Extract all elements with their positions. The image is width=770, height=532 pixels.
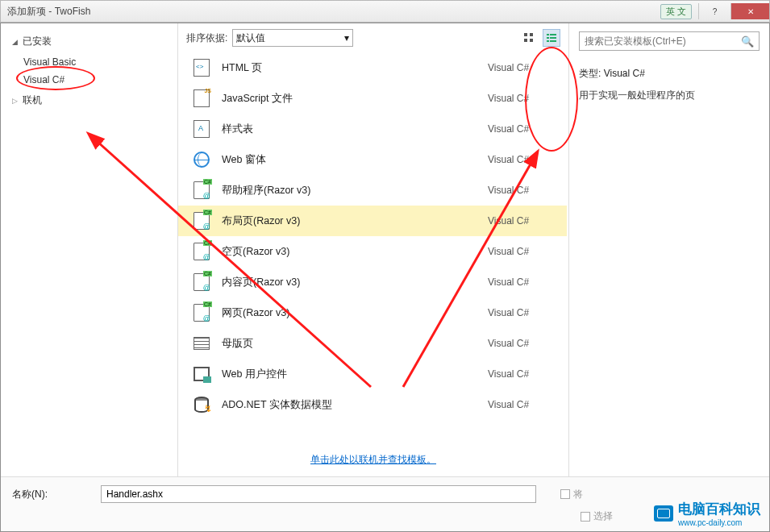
svg-rect-0 [524, 33, 527, 36]
template-name: Web 窗体 [222, 153, 477, 167]
chevron-down-icon: ▾ [344, 32, 349, 44]
template-item[interactable]: 布局页(Razor v3)Visual C# [178, 206, 567, 236]
ime-badge[interactable]: 英 文 [660, 4, 692, 19]
checkbox-icon [581, 512, 590, 522]
dialog-body: 已安装 Visual BasicVisual C# 联机 排序依据: 默认值 ▾ [0, 23, 770, 532]
template-icon [193, 304, 210, 322]
template-lang: Visual C# [488, 399, 552, 410]
template-lang: Visual C# [488, 185, 552, 196]
svg-rect-8 [547, 40, 549, 42]
template-icon [193, 396, 210, 414]
category-tree: 已安装 Visual BasicVisual C# 联机 [1, 23, 178, 476]
template-item[interactable]: 样式表Visual C# [178, 114, 567, 144]
info-pane: 🔍 类型: Visual C# 用于实现一般处理程序的页 [569, 23, 769, 476]
template-item[interactable]: ADO.NET 实体数据模型Visual C# [178, 389, 567, 420]
template-item[interactable]: JavaScript 文件Visual C# [178, 83, 567, 114]
template-icon [193, 365, 210, 383]
tree-online-header[interactable]: 联机 [1, 89, 177, 112]
template-lang: Visual C# [488, 307, 552, 318]
type-value: Visual C# [604, 68, 645, 79]
titlebar: 添加新项 - TwoFish 英 文 ? ✕ [0, 0, 770, 23]
template-lang: Visual C# [488, 276, 552, 288]
template-item[interactable]: 母版页Visual C# [178, 328, 567, 359]
template-type: 类型: Visual C# [579, 67, 760, 81]
template-item[interactable]: 网页(Razor v3)Visual C# [178, 297, 567, 328]
tree-item-visual-c-[interactable]: Visual C# [1, 71, 177, 89]
template-name: 帮助程序(Razor v3) [222, 184, 477, 197]
template-icon [193, 335, 210, 352]
svg-rect-3 [530, 39, 533, 42]
template-lang: Visual C# [488, 368, 552, 380]
svg-rect-4 [547, 34, 549, 35]
svg-rect-1 [530, 33, 533, 36]
svg-rect-7 [550, 37, 556, 39]
svg-rect-9 [550, 40, 556, 42]
sort-toolbar: 排序依据: 默认值 ▾ [178, 23, 568, 52]
type-label: 类型: [579, 68, 601, 79]
name-label: 名称(N): [12, 488, 93, 501]
watermark-url: www.pc-daily.com [678, 518, 760, 527]
template-lang: Visual C# [488, 215, 552, 227]
template-lang: Visual C# [488, 93, 552, 104]
name-input[interactable] [101, 485, 536, 503]
search-input[interactable] [585, 35, 741, 47]
template-icon [193, 89, 210, 107]
view-small-icons-button[interactable] [520, 29, 538, 47]
template-name: ADO.NET 实体数据模型 [222, 398, 477, 412]
template-lang: Visual C# [488, 338, 552, 349]
grid-small-icon [523, 32, 535, 44]
template-lang: Visual C# [488, 123, 552, 135]
template-name: HTML 页 [222, 61, 477, 75]
view-list-button[interactable] [543, 29, 560, 47]
template-name: 布局页(Razor v3) [222, 214, 477, 228]
template-name: 网页(Razor v3) [222, 306, 477, 320]
checkbox-2[interactable]: 选择 [581, 509, 613, 523]
template-icon [193, 120, 210, 138]
template-item[interactable]: 帮助程序(Razor v3)Visual C# [178, 175, 567, 206]
tree-installed-header[interactable]: 已安装 [1, 30, 177, 53]
content-area: 已安装 Visual BasicVisual C# 联机 排序依据: 默认值 ▾ [1, 23, 769, 476]
template-pane: 排序依据: 默认值 ▾ HTML 页Visual C#JavaScript 文件… [178, 23, 569, 476]
template-icon [193, 59, 210, 77]
template-lang: Visual C# [488, 154, 552, 165]
template-name: Web 用户控件 [222, 368, 477, 381]
template-name: JavaScript 文件 [222, 92, 477, 106]
template-item[interactable]: 内容页(Razor v3)Visual C# [178, 267, 567, 297]
template-list[interactable]: HTML 页Visual C#JavaScript 文件Visual C#样式表… [178, 52, 568, 443]
help-button[interactable]: ? [698, 3, 730, 19]
close-button[interactable]: ✕ [730, 3, 769, 19]
watermark: 电脑百科知识 www.pc-daily.com [654, 500, 760, 527]
search-box[interactable]: 🔍 [579, 31, 760, 51]
checkbox-1[interactable]: 将 [560, 488, 583, 501]
template-icon [193, 243, 210, 260]
list-icon [546, 32, 557, 44]
search-online-link[interactable]: 单击此处以联机并查找模板。 [178, 443, 568, 476]
checkbox-icon [560, 489, 570, 499]
template-icon [193, 212, 210, 230]
template-name: 内容页(Razor v3) [222, 276, 477, 289]
window-title: 添加新项 - TwoFish [7, 5, 660, 19]
sort-label: 排序依据: [186, 31, 227, 45]
template-item[interactable]: 空页(Razor v3)Visual C# [178, 236, 567, 267]
template-lang: Visual C# [488, 62, 552, 73]
sort-select[interactable]: 默认值 ▾ [232, 29, 353, 47]
template-icon [193, 181, 210, 199]
template-lang: Visual C# [488, 246, 552, 257]
template-item[interactable]: HTML 页Visual C# [178, 52, 567, 83]
template-name: 空页(Razor v3) [222, 245, 477, 259]
template-icon [193, 273, 210, 291]
template-description: 用于实现一般处理程序的页 [579, 89, 760, 102]
template-item[interactable]: Web 用户控件Visual C# [178, 359, 567, 389]
template-icon [193, 151, 210, 168]
search-icon: 🔍 [741, 35, 754, 48]
template-item[interactable]: Web 窗体Visual C# [178, 144, 567, 175]
tree-item-visual-basic[interactable]: Visual Basic [1, 53, 177, 71]
template-name: 母版页 [222, 337, 477, 351]
svg-rect-6 [547, 37, 549, 39]
svg-rect-5 [550, 34, 556, 35]
watermark-text: 电脑百科知识 [678, 500, 760, 518]
sort-value: 默认值 [236, 31, 265, 45]
template-name: 样式表 [222, 123, 477, 136]
watermark-icon [654, 505, 673, 522]
svg-rect-2 [524, 39, 527, 42]
